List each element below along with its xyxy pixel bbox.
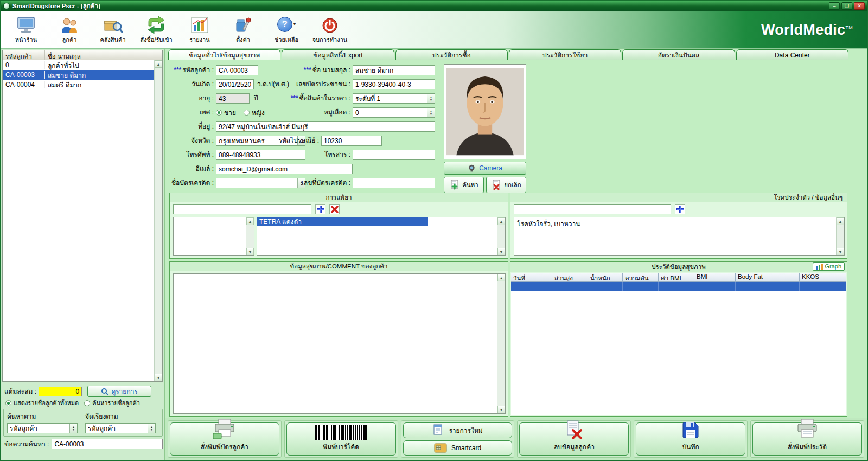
col-weight[interactable]: น้ำหนัก	[588, 273, 623, 282]
disease-input[interactable]	[514, 204, 671, 214]
spinner-icon[interactable]: ▲▼	[148, 424, 155, 433]
customer-code: 0	[3, 61, 45, 69]
toolbar-label: สั่งซื้อ/รับเข้า	[140, 35, 173, 44]
birthdate-label: วันเกิด :	[152, 79, 214, 89]
customer-row[interactable]: CA-00004 สมศรี ดีมาก	[3, 80, 154, 89]
col-bmi[interactable]: BMI	[694, 273, 736, 282]
radio-female[interactable]	[244, 110, 250, 116]
webcam-icon	[468, 164, 476, 172]
query-input[interactable]	[52, 439, 163, 449]
column-header-code[interactable]: รหัสลูกค้า	[3, 50, 45, 60]
tab-medication-history[interactable]: ประวัติการใช้ยา	[509, 49, 621, 60]
query-label: ข้อความค้นหา :	[4, 439, 49, 449]
disease-textarea[interactable]: โรคหัวใจรั่ว, เบาหวาน ▲▼	[514, 217, 845, 256]
scroll-down-icon[interactable]: ▼	[155, 374, 162, 381]
print-history-button[interactable]: สั่งพิมพ์ประวัติ	[752, 422, 862, 456]
zipcode-input[interactable]	[321, 136, 382, 146]
allergy-group-scrollbar[interactable]: ▲▼	[246, 217, 254, 255]
allergy-items-scrollbar[interactable]: ▲▼	[497, 217, 505, 255]
toolbar-customers[interactable]: ลูกค้า	[48, 12, 91, 47]
toolbar-storefront[interactable]: หน้าร้าน	[4, 12, 48, 47]
disease-add-button[interactable]	[675, 204, 685, 214]
disease-scrollbar[interactable]: ▲▼	[836, 217, 844, 255]
allergy-item-selected[interactable]: TETRA แดงดำ	[257, 217, 428, 226]
tab-general-health[interactable]: ข้อมูลทั่วไป/ข้อมูลสุขภาพ	[168, 49, 280, 60]
toolbar-help[interactable]: ?▾ ช่วยเหลือ	[265, 12, 308, 47]
new-record-button[interactable]: รายการใหม่	[403, 422, 513, 438]
toolbar-inventory[interactable]: คลังสินค้า	[91, 12, 135, 47]
customer-row[interactable]: 0 ลูกค้าทั่วไป	[3, 60, 154, 70]
print-customer-card-button[interactable]: สั่งพิมพ์บัตรลูกค้า	[170, 422, 279, 456]
sort-by-combobox[interactable]: รหัสลูกค้า ▲▼	[85, 423, 156, 433]
customer-name: สมศรี ดีมาก	[45, 80, 154, 90]
help-dropdown-icon[interactable]: ▾	[293, 22, 296, 27]
credit-card-no-input[interactable]	[353, 178, 435, 188]
congenital-disease-section: โรคประจำตัว / ข้อมูลอื่นๆ โรคหัวใจรั่ว, …	[510, 193, 847, 259]
comment-scrollbar[interactable]: ▲▼	[497, 274, 505, 413]
blood-group-combobox[interactable]: 0 ▲▼	[353, 107, 435, 118]
printer-card-icon	[212, 418, 237, 440]
price-level-combobox[interactable]: ระดับที่ 1 ▲▼	[353, 93, 435, 104]
plus-icon	[316, 205, 325, 214]
allergy-group-list[interactable]: ▲▼	[173, 217, 254, 256]
toolbar-label: คลังสินค้า	[100, 35, 125, 44]
allergy-input[interactable]	[173, 204, 311, 214]
health-table-selected-row[interactable]	[511, 282, 846, 291]
allergy-items-list[interactable]: TETRA แดงดำ ▲▼	[257, 217, 506, 256]
address-input[interactable]	[216, 121, 435, 132]
code-label: ***รหัสลูกค้า :	[152, 65, 214, 75]
health-comment-textarea[interactable]: ▲▼	[173, 273, 506, 414]
search-sort-group: ค้นหาตาม รหัสลูกค้า ▲▼ จัดเรียงตาม รหัสล…	[3, 409, 163, 437]
col-body-fat[interactable]: Body Fat	[736, 273, 800, 282]
code-input[interactable]	[216, 65, 258, 75]
toolbar-exit[interactable]: จบการทำงาน	[308, 12, 352, 47]
col-kkos[interactable]: KKOS	[800, 273, 846, 282]
find-by-combobox[interactable]: รหัสลูกค้า ▲▼	[7, 423, 78, 433]
tab-rights-export[interactable]: ข้อมูลสิทธิ์/Export	[282, 49, 394, 60]
radio-male[interactable]	[216, 110, 222, 116]
email-input[interactable]	[216, 164, 353, 174]
red-x-icon	[331, 206, 339, 213]
col-bmi-value[interactable]: ค่า BMI	[659, 273, 694, 282]
graph-button[interactable]: Graph	[813, 262, 845, 271]
minimize-button[interactable]: –	[829, 2, 840, 10]
view-points-button[interactable]: ดูรายการ	[87, 386, 151, 397]
spinner-icon[interactable]: ▲▼	[427, 108, 435, 117]
fax-input[interactable]	[353, 150, 435, 160]
spinner-icon[interactable]: ▲▼	[427, 94, 435, 103]
save-button[interactable]: บันทึก	[636, 422, 745, 456]
radio-find-customer[interactable]	[84, 400, 90, 406]
address-label: ที่อยู่ :	[152, 121, 214, 132]
allergy-delete-button[interactable]	[329, 204, 340, 214]
idcard-input[interactable]	[353, 79, 435, 89]
camera-button[interactable]: Camera	[444, 162, 526, 175]
close-button[interactable]: ✕	[854, 2, 865, 10]
delete-customer-button[interactable]: ลบข้อมูลลูกค้า	[519, 422, 629, 456]
toolbar-purchase[interactable]: สั่งซื้อ/รับเข้า	[135, 12, 178, 47]
magnifier-icon	[101, 388, 108, 395]
printer-icon	[795, 418, 820, 440]
customer-row-selected[interactable]: CA-00003 สมชาย ดีมาก	[3, 70, 154, 80]
smartcard-button[interactable]: Smartcard	[403, 440, 513, 456]
column-header-name[interactable]: ชื่อ นามสกุล	[45, 50, 162, 60]
cancel-button[interactable]: ยกเลิก	[486, 177, 526, 193]
sort-by-label: จัดเรียงตาม	[85, 411, 156, 421]
col-height[interactable]: ส่วนสูง	[552, 273, 588, 282]
spinner-icon[interactable]: ▲▼	[69, 424, 77, 433]
allergy-add-button[interactable]	[315, 204, 326, 214]
toolbar-reports[interactable]: รายงาน	[178, 12, 221, 47]
birthdate-input[interactable]	[216, 79, 254, 89]
toolbar-settings[interactable]: ตั้งค่า	[221, 12, 265, 47]
maximize-button[interactable]: ❐	[841, 2, 852, 10]
col-pressure[interactable]: ความดัน	[623, 273, 659, 282]
radio-show-all[interactable]	[5, 400, 11, 406]
name-input[interactable]	[353, 65, 435, 75]
print-barcode-button[interactable]: พิมพ์บาร์โค้ด	[286, 422, 396, 456]
radio-find-customer-label: ค้นหารายชื่อลูกค้า	[92, 398, 140, 408]
search-customer-button[interactable]: ค้นหา	[444, 177, 484, 193]
tab-data-center[interactable]: Data Center	[736, 49, 848, 60]
tab-purchase-history[interactable]: ประวัติการซื้อ	[395, 49, 508, 60]
tab-dividend-rate[interactable]: อัตราเงินปันผล	[622, 49, 735, 60]
col-date[interactable]: วันที่	[511, 273, 552, 282]
age-unit-label: ปี	[254, 93, 258, 104]
